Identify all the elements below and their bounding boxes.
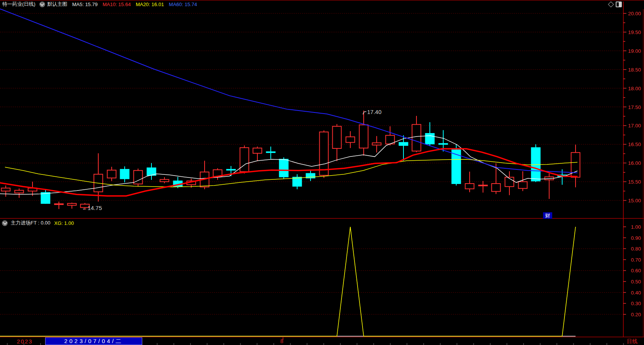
indicator-axis-label: 0.90 bbox=[631, 235, 641, 241]
candle-body bbox=[240, 148, 249, 172]
candle-body bbox=[293, 177, 302, 186]
candle-body bbox=[492, 184, 501, 192]
candle-body bbox=[120, 169, 129, 179]
candle-body bbox=[160, 179, 169, 182]
indicator-title: 主力进场FT : 0.00 bbox=[11, 220, 50, 226]
candle-body bbox=[426, 133, 434, 144]
ma60-value-label: MA60: 15.74 bbox=[169, 2, 197, 7]
candle-body bbox=[452, 150, 461, 184]
price-axis-label: 16.00 bbox=[628, 160, 641, 166]
ma20-line bbox=[5, 159, 577, 187]
indicator-axis-label: 0.20 bbox=[631, 312, 641, 317]
time-axis-bar: 2023 2023/07/04/二 8 日线 bbox=[0, 337, 644, 345]
window-controls bbox=[609, 2, 622, 7]
indicator-xg-value: XG: 1.00 bbox=[54, 220, 74, 226]
chevron-down-icon[interactable] bbox=[2, 220, 8, 226]
candle-body bbox=[359, 125, 368, 148]
candle-body bbox=[15, 190, 24, 193]
price-annotation: ←14.75 bbox=[82, 205, 102, 211]
ma60-line bbox=[0, 9, 577, 172]
price-axis-label: 16.50 bbox=[628, 142, 641, 147]
indicator-header: 主力进场FT : 0.00 XG: 1.00 bbox=[0, 219, 644, 227]
price-axis-label: 15.00 bbox=[628, 198, 641, 203]
ma10-line bbox=[0, 149, 577, 196]
candle-body bbox=[571, 153, 580, 177]
indicator-axis-label: 0.50 bbox=[631, 279, 641, 285]
candle-body bbox=[2, 188, 10, 191]
candle-body bbox=[412, 124, 421, 151]
selected-date-box: 2023/07/04/二 bbox=[45, 337, 142, 345]
indicator-axis-label: 0.40 bbox=[631, 290, 641, 296]
candle-body bbox=[465, 184, 474, 189]
indicator-axis-label: 0.70 bbox=[631, 257, 641, 263]
ma10-value-label: MA10: 15.64 bbox=[102, 2, 131, 7]
candle-body bbox=[41, 192, 50, 203]
indicator-axis-label: 0.80 bbox=[631, 246, 641, 252]
top-toolbar: 特一药业(日线) 默认主图 MA5: 15.79 MA10: 15.64 MA2… bbox=[0, 0, 644, 8]
price-axis-label: 18.50 bbox=[628, 67, 641, 73]
split-view-icon[interactable] bbox=[616, 2, 622, 7]
diamond-icon[interactable] bbox=[608, 2, 614, 8]
candle-body bbox=[532, 148, 540, 181]
indicator-axis-label: 0.60 bbox=[631, 268, 641, 273]
candle-body bbox=[68, 203, 76, 205]
stock-title: 特一药业(日线) bbox=[2, 1, 36, 8]
ma5-value-label: MA5: 15.79 bbox=[72, 2, 98, 7]
candle-body bbox=[55, 204, 63, 205]
period-label[interactable]: 日线 bbox=[627, 338, 637, 345]
candle-body bbox=[479, 185, 488, 186]
price-axis-label: 15.50 bbox=[628, 179, 641, 185]
main-chart-mode-label[interactable]: 默认主图 bbox=[47, 1, 67, 8]
candle-body bbox=[267, 152, 275, 153]
candle-body bbox=[346, 137, 355, 143]
month-label: 8 bbox=[280, 338, 283, 344]
candle-body bbox=[107, 170, 116, 178]
indicator-axis-label: 0.30 bbox=[631, 301, 641, 306]
candle-body bbox=[399, 142, 408, 145]
ma20-value-label: MA20: 16.01 bbox=[136, 2, 164, 7]
candle-body bbox=[372, 143, 381, 145]
price-axis-label: 18.00 bbox=[628, 86, 641, 91]
price-axis-label: 20.00 bbox=[628, 11, 641, 16]
xg-line bbox=[0, 227, 576, 336]
candle-body bbox=[280, 159, 288, 177]
price-axis-label: 17.50 bbox=[628, 104, 641, 110]
candle-body bbox=[439, 143, 448, 144]
price-annotation: 17.40 bbox=[367, 109, 382, 115]
chevron-down-icon[interactable] bbox=[39, 2, 45, 7]
ma5-line bbox=[0, 136, 577, 195]
price-axis-label: 19.00 bbox=[628, 48, 641, 54]
price-axis-label: 19.50 bbox=[628, 29, 641, 35]
candle-body bbox=[253, 148, 262, 153]
candle-body bbox=[519, 182, 527, 189]
chart-canvas[interactable]: 20.0019.5019.0018.5018.0017.5017.0016.50… bbox=[0, 0, 644, 345]
watermark-badge: 财 bbox=[543, 212, 552, 219]
chart-application: 20.0019.5019.0018.5018.0017.5017.0016.50… bbox=[0, 0, 644, 345]
price-axis-label: 17.00 bbox=[628, 123, 641, 129]
candle-body bbox=[320, 132, 329, 175]
candle-body bbox=[333, 126, 342, 148]
candle-body bbox=[227, 169, 236, 170]
year-label: 2023 bbox=[17, 338, 33, 345]
